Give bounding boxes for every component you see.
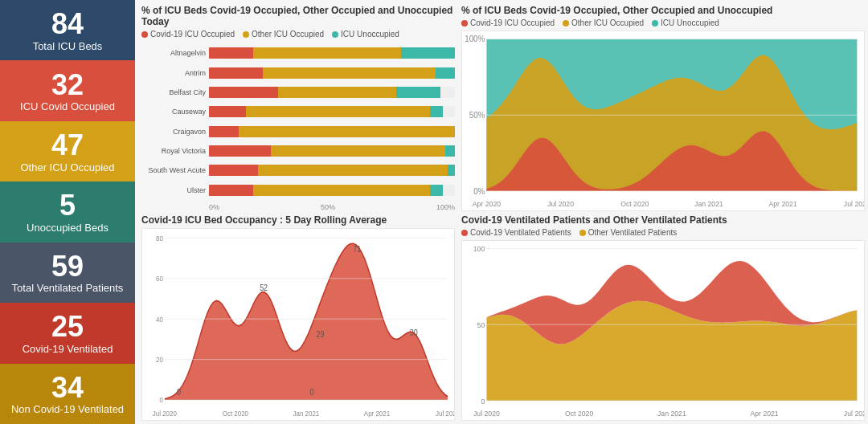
bar-seg-other xyxy=(253,47,401,59)
stat-other-icu-number: 47 xyxy=(51,129,84,161)
bar-seg-covid xyxy=(209,126,239,137)
bar-seg-unoccupied xyxy=(436,67,455,79)
br-label-other: Other Ventilated Patients xyxy=(588,228,678,237)
hospital-name: Craigavon xyxy=(141,128,206,136)
svg-text:Jul 2020: Jul 2020 xyxy=(547,200,574,209)
legend-dot-covid xyxy=(141,31,148,38)
tr-legend-unoccupied: ICU Unoccupied xyxy=(652,18,719,27)
stat-total-icu-label: Total ICU Beds xyxy=(28,40,108,53)
bottom-right-panel: Covid-19 Ventilated Patients and Other V… xyxy=(461,214,865,421)
bar-seg-unoccupied xyxy=(396,87,440,98)
bottom-right-chart-area: 050100Jul 2020Oct 2020Jan 2021Apr 2021Ju… xyxy=(461,240,865,421)
bar-axis: 0% 50% 100% xyxy=(209,203,455,211)
bottom-right-legend: Covid-19 Ventilated Patients Other Venti… xyxy=(461,228,865,237)
legend-unoccupied: ICU Unoccupied xyxy=(332,30,399,39)
br-dot-covid xyxy=(461,230,468,236)
svg-text:Oct 2020: Oct 2020 xyxy=(620,200,649,209)
svg-text:40: 40 xyxy=(156,315,163,324)
bar-track xyxy=(209,67,455,79)
axis-50: 50% xyxy=(219,203,436,211)
bar-seg-covid xyxy=(209,165,258,176)
stat-unoccupied: 5 Unoccupied Beds xyxy=(0,181,135,242)
svg-text:29: 29 xyxy=(317,330,325,340)
legend-covid-icu: Covid-19 ICU Occupied xyxy=(141,30,235,39)
stat-total-icu-number: 84 xyxy=(51,8,84,40)
svg-text:Jul 2020: Jul 2020 xyxy=(153,410,177,418)
svg-text:30: 30 xyxy=(410,328,418,337)
bar-seg-covid xyxy=(209,185,253,196)
svg-text:50: 50 xyxy=(477,320,485,329)
top-right-chart-area: 0%50%100%Apr 2020Jul 2020Oct 2020Jan 202… xyxy=(461,31,865,211)
svg-text:0: 0 xyxy=(310,388,314,398)
bar-track xyxy=(209,87,455,98)
stat-unoccupied-label: Unoccupied Beds xyxy=(22,222,113,234)
stat-noncovid-vent-number: 34 xyxy=(51,372,84,404)
bar-track xyxy=(209,126,455,137)
stat-total-icu: 84 Total ICU Beds xyxy=(0,0,135,60)
bottom-right-title: Covid-19 Ventilated Patients and Other V… xyxy=(461,214,865,226)
tr-dot-covid xyxy=(461,20,468,26)
stat-total-vent-label: Total Ventilated Patients xyxy=(7,282,129,295)
bar-seg-unoccupied xyxy=(430,185,442,196)
hospital-name: Royal Victoria xyxy=(141,147,206,155)
bar-track xyxy=(209,106,455,117)
bar-seg-other xyxy=(271,145,445,157)
svg-text:0: 0 xyxy=(481,397,485,406)
hospital-name: Causeway xyxy=(141,108,206,116)
svg-text:71: 71 xyxy=(353,245,361,255)
bar-seg-covid xyxy=(209,106,246,117)
br-label-covid: Covid-19 Ventilated Patients xyxy=(470,228,571,237)
tr-label-unoccupied: ICU Unoccupied xyxy=(661,18,719,27)
top-right-title: % of ICU Beds Covid-19 Occupied, Other O… xyxy=(461,5,865,16)
bar-chart: AltnagelvinAntrimBelfast CityCausewayCra… xyxy=(141,42,455,202)
bar-seg-covid xyxy=(209,67,263,79)
stat-total-vent: 59 Total Ventilated Patients xyxy=(0,243,135,303)
stat-icu-covid-number: 32 xyxy=(51,69,84,101)
svg-text:60: 60 xyxy=(156,275,163,283)
tr-dot-other xyxy=(563,20,569,26)
legend-dot-other xyxy=(243,31,249,38)
bar-seg-other xyxy=(278,87,396,98)
bottom-left-panel: Covid-19 ICU Bed Occupancy : 5 Day Rolli… xyxy=(141,214,455,421)
br-legend-covid: Covid-19 Ventilated Patients xyxy=(461,228,571,237)
svg-text:0: 0 xyxy=(177,388,181,398)
hospital-bar-row: Altnagelvin xyxy=(141,47,455,59)
bar-seg-unoccupied xyxy=(448,165,455,176)
bar-seg-unoccupied xyxy=(401,47,455,59)
hospital-name: South West Acute xyxy=(141,166,206,174)
top-left-legend: Covid-19 ICU Occupied Other ICU Occupied… xyxy=(141,30,455,39)
top-left-title: % of ICU Beds Covid-19 Occupied, Other O… xyxy=(141,5,455,27)
stat-noncovid-vent: 34 Non Covid-19 Ventilated xyxy=(0,364,135,424)
stat-covid-vent: 25 Covid-19 Ventilated xyxy=(0,303,135,363)
stat-other-icu-label: Other ICU Occupied xyxy=(15,161,119,174)
bar-seg-covid xyxy=(209,87,278,98)
svg-text:50%: 50% xyxy=(469,110,485,120)
stat-noncovid-vent-label: Non Covid-19 Ventilated xyxy=(6,403,129,416)
legend-label-other: Other ICU Occupied xyxy=(252,30,324,39)
bar-seg-covid xyxy=(209,145,271,157)
svg-text:52: 52 xyxy=(260,283,268,293)
stat-covid-vent-number: 25 xyxy=(51,311,84,343)
svg-text:100: 100 xyxy=(473,245,485,254)
bar-track xyxy=(209,47,455,59)
svg-text:0: 0 xyxy=(159,396,163,405)
bar-seg-other xyxy=(239,126,455,137)
svg-text:Jul 2021: Jul 2021 xyxy=(436,410,454,418)
svg-text:Apr 2020: Apr 2020 xyxy=(473,200,501,209)
legend-dot-unoccupied xyxy=(332,31,338,38)
hospital-bar-row: Causeway xyxy=(141,106,455,117)
legend-other-icu: Other ICU Occupied xyxy=(243,30,324,39)
bottom-left-title: Covid-19 ICU Bed Occupancy : 5 Day Rolli… xyxy=(141,214,455,226)
hospital-bar-row: Ulster xyxy=(141,185,455,196)
br-dot-other xyxy=(579,230,586,236)
svg-text:Oct 2020: Oct 2020 xyxy=(223,410,248,418)
svg-text:Jul 2020: Jul 2020 xyxy=(473,410,500,418)
tr-label-other: Other ICU Occupied xyxy=(571,18,644,27)
tr-dot-unoccupied xyxy=(652,20,658,26)
bar-seg-unoccupied xyxy=(445,145,455,157)
hospital-name: Antrim xyxy=(141,69,206,77)
stat-covid-vent-label: Covid-19 Ventilated xyxy=(18,343,118,356)
hospital-bar-row: Belfast City xyxy=(141,87,455,98)
stat-icu-covid: 32 ICU Covid Occupied xyxy=(0,60,135,120)
bar-seg-other xyxy=(253,185,430,196)
